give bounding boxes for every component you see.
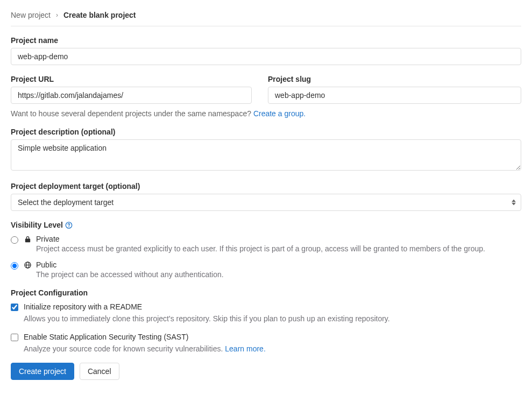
deployment-select[interactable]: Select the deployment target: [11, 194, 521, 211]
project-name-label: Project name: [11, 36, 521, 45]
config-label: Project Configuration: [11, 288, 521, 297]
readme-desc: Allows you to immediately clone this pro…: [24, 314, 521, 323]
readme-title: Initialize repository with a README: [24, 302, 142, 311]
visibility-label: Visibility Level: [11, 221, 63, 229]
globe-icon: [24, 261, 32, 271]
visibility-public-title: Public: [36, 260, 224, 269]
project-slug-label: Project slug: [268, 75, 521, 83]
sast-title: Enable Static Application Security Testi…: [24, 333, 188, 341]
project-name-input[interactable]: [11, 48, 521, 65]
svg-point-1: [68, 226, 69, 227]
project-url-input[interactable]: [11, 87, 252, 104]
breadcrumb-current: Create blank project: [63, 11, 136, 19]
visibility-private-title: Private: [36, 235, 485, 243]
visibility-public-radio[interactable]: [11, 262, 18, 270]
breadcrumb-parent[interactable]: New project: [11, 11, 51, 19]
sast-desc: Analyze your source code for known secur…: [24, 344, 225, 353]
lock-icon: [24, 235, 32, 245]
chevron-right-icon: ›: [56, 11, 58, 19]
group-helper-text: Want to house several dependent projects…: [11, 109, 253, 118]
visibility-public-desc: The project can be accessed without any …: [36, 270, 224, 279]
description-label: Project description (optional): [11, 128, 521, 136]
sast-checkbox[interactable]: [11, 334, 18, 341]
help-icon[interactable]: [65, 221, 73, 229]
create-project-button[interactable]: Create project: [11, 363, 74, 380]
deployment-label: Project deployment target (optional): [11, 182, 521, 191]
description-input[interactable]: Simple website application: [11, 139, 521, 171]
project-url-label: Project URL: [11, 75, 252, 83]
create-group-link[interactable]: Create a group.: [253, 109, 306, 118]
cancel-button[interactable]: Cancel: [80, 363, 119, 380]
visibility-private-radio[interactable]: [11, 236, 18, 244]
breadcrumb: New project › Create blank project: [11, 11, 521, 26]
visibility-private-desc: Project access must be granted explicitl…: [36, 244, 485, 253]
sast-learn-more-link[interactable]: Learn more.: [225, 344, 265, 353]
readme-checkbox[interactable]: [11, 304, 18, 311]
project-slug-input[interactable]: [268, 87, 521, 104]
